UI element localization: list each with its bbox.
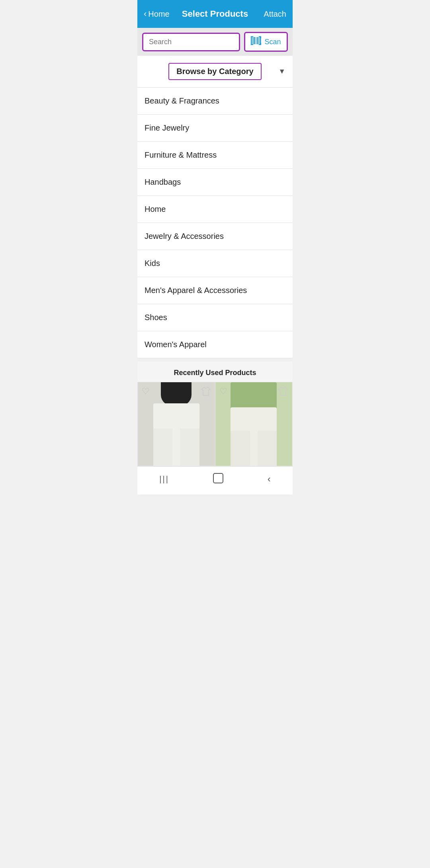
shirt-icon-2 — [278, 386, 288, 399]
attach-button[interactable]: Attach — [264, 10, 286, 19]
svg-rect-14 — [260, 43, 261, 45]
category-item-womens-apparel[interactable]: Women's Apparel — [137, 331, 293, 358]
search-bar-container: Scan — [137, 28, 293, 56]
product-card-1[interactable]: ♡ — [137, 382, 215, 466]
heart-icon-1[interactable]: ♡ — [142, 386, 150, 397]
page-title: Select Products — [182, 9, 248, 19]
category-list: Beauty & Fragrances Fine Jewelry Furnitu… — [137, 88, 293, 358]
svg-rect-8 — [251, 36, 252, 38]
browse-chevron-icon: ▼ — [278, 67, 285, 76]
barcode-icon — [251, 36, 261, 47]
home-nav-button[interactable] — [213, 473, 223, 485]
home-square-icon — [213, 473, 223, 483]
search-input-wrapper — [142, 33, 240, 51]
svg-rect-12 — [251, 43, 252, 45]
recently-used-title: Recently Used Products — [137, 362, 293, 382]
category-item-shoes[interactable]: Shoes — [137, 304, 293, 331]
category-item-jewelry-accessories[interactable]: Jewelry & Accessories — [137, 223, 293, 250]
svg-rect-4 — [257, 37, 258, 44]
back-nav-button[interactable]: ‹ — [268, 473, 271, 485]
app-header: ‹ Home Select Products Attach — [137, 0, 293, 28]
category-item-kids[interactable]: Kids — [137, 250, 293, 277]
svg-rect-3 — [256, 37, 256, 44]
product-card-2[interactable]: ♡ — [215, 382, 293, 466]
heart-icon-2[interactable]: ♡ — [219, 386, 227, 397]
back-button[interactable]: ‹ Home — [144, 9, 170, 19]
products-row: ♡ ♡ — [137, 382, 293, 466]
svg-rect-5 — [259, 37, 260, 44]
browse-by-category-header[interactable]: Browse by Category ▼ — [137, 56, 293, 88]
browse-title: Browse by Category — [168, 63, 261, 80]
bottom-nav: ||| ‹ — [137, 466, 293, 495]
category-item-fine-jewelry[interactable]: Fine Jewelry — [137, 115, 293, 142]
scan-label: Scan — [264, 38, 281, 46]
search-input[interactable] — [149, 38, 233, 46]
scan-button[interactable]: Scan — [244, 32, 288, 52]
category-item-furniture[interactable]: Furniture & Mattress — [137, 142, 293, 169]
category-item-handbags[interactable]: Handbags — [137, 169, 293, 196]
back-chevron-icon: ‹ — [144, 9, 147, 19]
category-item-home[interactable]: Home — [137, 196, 293, 223]
recently-used-section: Recently Used Products ♡ ♡ — [137, 362, 293, 466]
category-item-beauty[interactable]: Beauty & Fragrances — [137, 88, 293, 115]
back-label: Home — [148, 10, 169, 19]
svg-rect-10 — [260, 36, 261, 38]
menu-icon[interactable]: ||| — [159, 475, 169, 484]
category-item-mens-apparel[interactable]: Men's Apparel & Accessories — [137, 277, 293, 304]
svg-rect-1 — [252, 37, 253, 44]
shirt-icon-1 — [201, 386, 211, 399]
svg-rect-2 — [254, 37, 255, 44]
